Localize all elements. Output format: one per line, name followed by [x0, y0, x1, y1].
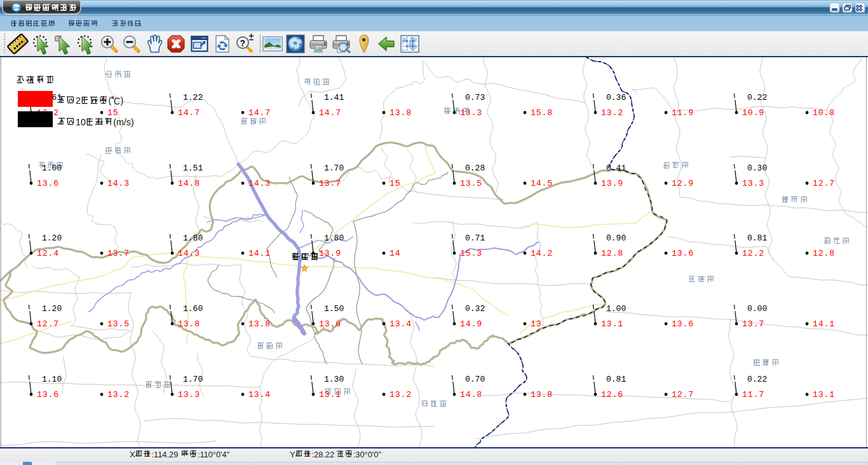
svg-text::28.22: :28.22: [312, 450, 337, 459]
svg-text::30°0'0": :30°0'0": [353, 450, 381, 459]
svg-text::110°0'4": :110°0'4": [198, 450, 229, 459]
svg-text::114.29: :114.29: [152, 450, 180, 459]
svg-text:X: X: [130, 450, 135, 459]
svg-text:Y: Y: [290, 450, 295, 459]
